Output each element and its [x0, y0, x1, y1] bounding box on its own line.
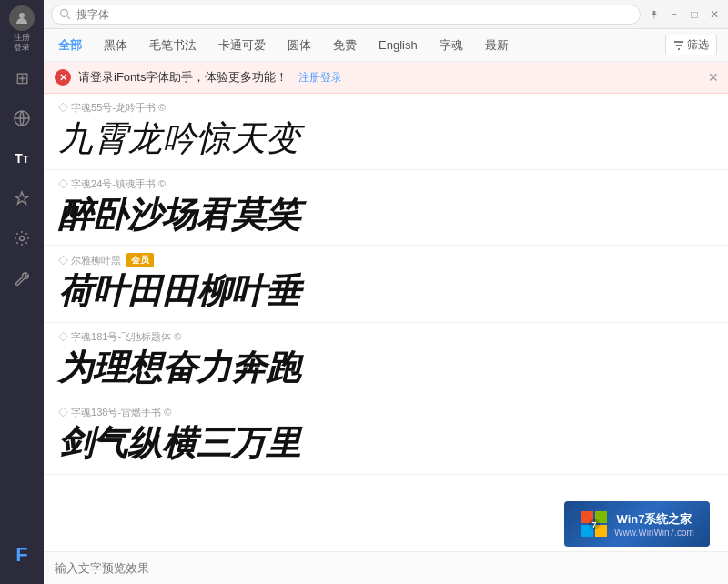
- filter-english[interactable]: English: [375, 36, 421, 54]
- search-input[interactable]: [76, 8, 632, 21]
- wrench-icon[interactable]: [0, 258, 44, 298]
- font-preview-2: 荷叶田田柳叶垂: [58, 271, 713, 313]
- login-text[interactable]: 注册登录: [14, 33, 30, 53]
- home-icon[interactable]: ⊞: [0, 58, 44, 98]
- font-list: ◇ 字魂55号-龙吟手书 © 九霄龙吟惊天变 ◇ 字魂24号-镇魂手书 © 醉卧…: [44, 94, 728, 551]
- brand-f-icon[interactable]: F: [0, 535, 44, 575]
- avatar-icon: [9, 5, 35, 31]
- filter-heiti[interactable]: 黑体: [100, 35, 131, 55]
- alert-close-button[interactable]: ✕: [708, 70, 719, 85]
- alert-text: 请登录iFonts字体助手，体验更多功能！: [78, 69, 288, 86]
- font-item-3[interactable]: ◇ 字魂181号-飞驰标题体 © 为理想奋力奔跑: [44, 323, 728, 399]
- pin-button[interactable]: 🖈: [648, 8, 661, 21]
- font-meta-2: ◇ 尔雅柳叶黑 会员: [58, 253, 713, 267]
- svg-point-0: [19, 13, 25, 18]
- font-preview-0: 九霄龙吟惊天变: [58, 118, 713, 160]
- alert-banner: ✕ 请登录iFonts字体助手，体验更多功能！ 注册登录 ✕: [44, 62, 728, 94]
- titlebar: 🖈 － □ ✕: [44, 0, 728, 29]
- main-panel: 🖈 － □ ✕ 全部 黑体 毛笔书法 卡通可爱 圆体 免费 English 字魂…: [44, 0, 728, 584]
- filter-zihun[interactable]: 字魂: [436, 35, 467, 55]
- font-item-2[interactable]: ◇ 尔雅柳叶黑 会员 荷叶田田柳叶垂: [44, 246, 728, 323]
- minimize-button[interactable]: －: [668, 8, 681, 21]
- filter-newest[interactable]: 最新: [481, 35, 512, 55]
- font-item-4[interactable]: ◇ 字魂138号-雷燃手书 © 剑气纵横三万里: [44, 398, 728, 475]
- maximize-button[interactable]: □: [688, 8, 701, 21]
- search-icon: [59, 8, 71, 20]
- preview-input-bar: [44, 551, 728, 584]
- settings-icon[interactable]: [0, 218, 44, 258]
- filter-button[interactable]: 筛选: [665, 35, 717, 55]
- star-icon[interactable]: [0, 178, 44, 218]
- svg-point-2: [20, 237, 25, 241]
- filter-calligraphy[interactable]: 毛笔书法: [146, 35, 200, 55]
- search-box[interactable]: [51, 5, 641, 25]
- font-tt-icon[interactable]: Tт: [0, 138, 44, 178]
- font-name-4: ◇ 字魂138号-雷燃手书 ©: [58, 406, 171, 419]
- font-name-3: ◇ 字魂181号-飞驰标题体 ©: [58, 330, 181, 344]
- font-item-1[interactable]: ◇ 字魂24号-镇魂手书 © 醉卧沙场君莫笑: [44, 170, 728, 247]
- svg-point-3: [61, 10, 68, 17]
- close-button[interactable]: ✕: [708, 8, 721, 21]
- vip-badge-2: 会员: [126, 253, 154, 267]
- font-meta-4: ◇ 字魂138号-雷燃手书 ©: [58, 406, 713, 419]
- font-meta-0: ◇ 字魂55号-龙吟手书 ©: [58, 101, 713, 115]
- font-meta-1: ◇ 字魂24号-镇魂手书 ©: [58, 177, 713, 191]
- filterbar: 全部 黑体 毛笔书法 卡通可爱 圆体 免费 English 字魂 最新 筛选: [44, 29, 728, 62]
- alert-icon: ✕: [55, 69, 71, 86]
- font-preview-4: 剑气纵横三万里: [58, 423, 713, 465]
- font-name-1: ◇ 字魂24号-镇魂手书 ©: [58, 177, 166, 191]
- font-item-0[interactable]: ◇ 字魂55号-龙吟手书 © 九霄龙吟惊天变: [44, 94, 728, 170]
- globe-icon[interactable]: [0, 98, 44, 138]
- filter-all[interactable]: 全部: [55, 35, 86, 55]
- font-preview-3: 为理想奋力奔跑: [58, 347, 713, 389]
- font-meta-3: ◇ 字魂181号-飞驰标题体 ©: [58, 330, 713, 344]
- font-name-2: ◇ 尔雅柳叶黑: [58, 254, 121, 267]
- font-preview-1: 醉卧沙场君莫笑: [58, 195, 713, 237]
- alert-link[interactable]: 注册登录: [298, 70, 342, 86]
- window-controls: 🖈 － □ ✕: [648, 8, 721, 21]
- filter-label: 筛选: [687, 37, 709, 53]
- filter-round[interactable]: 圆体: [284, 35, 315, 55]
- filter-cartoon[interactable]: 卡通可爱: [215, 35, 269, 55]
- font-name-0: ◇ 字魂55号-龙吟手书 ©: [58, 101, 166, 115]
- sidebar: 注册登录 ⊞ Tт F: [0, 0, 44, 584]
- user-avatar[interactable]: 注册登录: [0, 0, 44, 58]
- filter-icon: [673, 40, 684, 51]
- filter-free[interactable]: 免费: [329, 35, 360, 55]
- main-content: 🖈 － □ ✕ 全部 黑体 毛笔书法 卡通可爱 圆体 免费 English 字魂…: [44, 0, 728, 584]
- preview-input[interactable]: [55, 561, 717, 575]
